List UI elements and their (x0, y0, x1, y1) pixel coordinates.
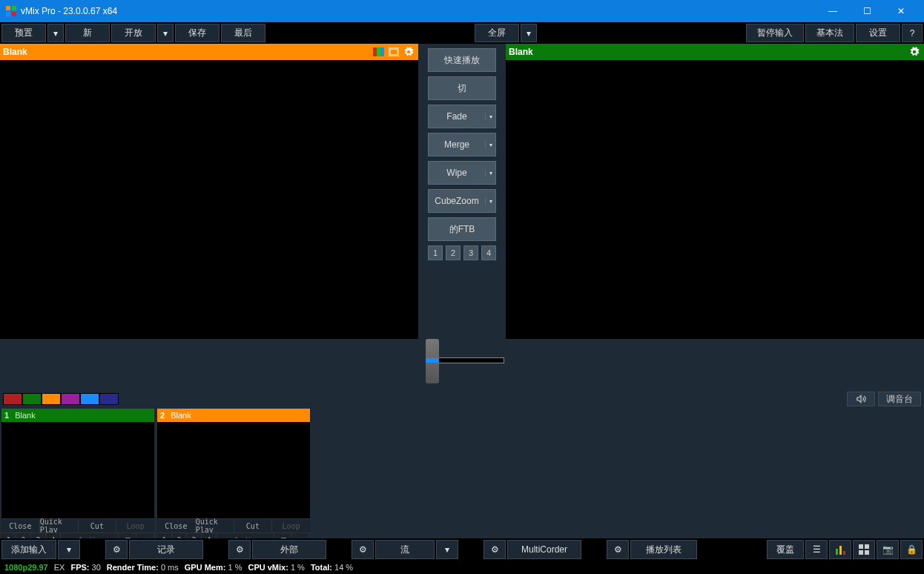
color-chip-4[interactable] (80, 393, 99, 405)
category-row: 调音台 (0, 391, 924, 407)
settings-button[interactable]: 设置 (856, 24, 900, 42)
svg-rect-15 (865, 550, 869, 555)
preset-dropdown[interactable]: ▾ (47, 24, 64, 42)
external-button[interactable]: 外部 (252, 540, 326, 559)
add-input-button[interactable]: 添加输入 (1, 540, 56, 559)
input-number: 2 (160, 411, 165, 420)
pause-input-button[interactable]: 暂停输入 (746, 24, 804, 42)
svg-rect-12 (859, 544, 863, 549)
merge-dropdown[interactable]: ▾ (485, 142, 495, 148)
svg-rect-14 (859, 550, 863, 555)
save-button[interactable]: 保存 (175, 24, 220, 42)
transition-num-row: 1 2 3 4 (428, 245, 496, 260)
minimize-button[interactable]: ― (816, 0, 850, 22)
stream-gear-icon[interactable]: ⚙ (352, 540, 374, 559)
lock-icon[interactable]: 🔒 (900, 540, 923, 559)
svg-rect-10 (839, 546, 842, 555)
meters-icon[interactable] (829, 540, 851, 559)
wipe-dropdown[interactable]: ▾ (485, 170, 495, 177)
input-number: 1 (4, 411, 9, 420)
playlist-button[interactable]: 播放列表 (630, 540, 697, 559)
color-chip-0[interactable] (3, 393, 22, 405)
overlay-button[interactable]: 覆盖 (767, 540, 804, 559)
open-button[interactable]: 开放 (111, 24, 156, 42)
fade-button[interactable]: Fade▾ (428, 105, 496, 128)
fullscreen-dropdown[interactable]: ▾ (521, 24, 537, 42)
input-loop-button[interactable]: Loop (272, 519, 310, 532)
color-bars-icon[interactable] (372, 46, 386, 58)
input-thumbnail[interactable] (157, 422, 310, 518)
mixer-button[interactable]: 调音台 (878, 392, 921, 406)
output-video[interactable] (506, 60, 924, 339)
trans-num-2[interactable]: 2 (446, 245, 461, 260)
basic-button[interactable]: 基本法 (805, 24, 854, 42)
status-cpu: CPU vMix: 1 % (248, 563, 304, 572)
input-title[interactable]: 2 Blank (157, 409, 310, 422)
last-button[interactable]: 最后 (221, 24, 265, 42)
preview-panel: Blank (0, 44, 418, 339)
merge-button[interactable]: Merge▾ (428, 133, 496, 156)
preview-video[interactable] (0, 60, 418, 339)
camera-icon[interactable]: 📷 (877, 540, 899, 559)
input-close-button[interactable]: Close (157, 519, 196, 532)
gear-icon[interactable] (402, 46, 415, 58)
external-gear-icon[interactable]: ⚙ (228, 540, 251, 559)
maximize-button[interactable]: ☐ (850, 0, 884, 22)
status-bar: 1080p29.97 EX FPS: 30 Render Time: 0 ms … (0, 561, 924, 574)
app-logo-icon (6, 6, 16, 16)
help-button[interactable]: ? (902, 24, 923, 42)
input-cut-button[interactable]: Cut (234, 519, 273, 532)
ftb-button[interactable]: 的FTB (428, 217, 496, 241)
status-fps: FPS: 30 (70, 563, 100, 572)
trans-num-4[interactable]: 4 (481, 245, 496, 260)
tbar-track (438, 357, 504, 363)
status-resolution: 1080p29.97 (4, 563, 48, 572)
titlebar: vMix Pro - 23.0.0.67 x64 ― ☐ ✕ (0, 0, 924, 22)
playlist-gear-icon[interactable]: ⚙ (607, 540, 629, 559)
color-chip-5[interactable] (99, 393, 119, 405)
tbar-handle[interactable] (426, 339, 439, 383)
stream-dropdown[interactable]: ▾ (436, 540, 458, 559)
close-button[interactable]: ✕ (884, 0, 918, 22)
svg-rect-3 (12, 12, 16, 16)
cubezoom-button[interactable]: CubeZoom▾ (428, 189, 496, 213)
input-quickplay-button[interactable]: Quick Play (196, 519, 234, 532)
record-button[interactable]: 记录 (129, 540, 203, 559)
list-icon[interactable]: ☰ (805, 540, 828, 559)
wipe-button[interactable]: Wipe▾ (428, 161, 496, 185)
svg-rect-5 (377, 47, 380, 56)
output-title: Blank (509, 47, 906, 57)
input-cut-button[interactable]: Cut (79, 519, 117, 532)
input-thumbnail[interactable] (1, 422, 154, 518)
layout-icon[interactable] (387, 46, 400, 58)
input-close-button[interactable]: Close (1, 519, 40, 532)
audio-icon-button[interactable] (847, 392, 875, 406)
gear-icon[interactable] (908, 46, 921, 58)
trans-num-1[interactable]: 1 (428, 245, 443, 260)
svg-rect-8 (390, 49, 397, 55)
color-chip-2[interactable] (42, 393, 61, 405)
fade-dropdown[interactable]: ▾ (485, 113, 495, 120)
input-title[interactable]: 1 Blank (1, 409, 154, 422)
color-chip-1[interactable] (22, 393, 42, 405)
multicorder-button[interactable]: MultiCorder (507, 540, 581, 559)
grid-icon[interactable] (853, 540, 875, 559)
trans-num-3[interactable]: 3 (463, 245, 478, 260)
stream-button[interactable]: 流 (375, 540, 435, 559)
svg-rect-9 (836, 549, 838, 555)
output-header: Blank (506, 44, 924, 60)
open-dropdown[interactable]: ▾ (157, 24, 174, 42)
input-name: Blank (171, 411, 191, 420)
input-quickplay-button[interactable]: Quick Play (40, 519, 79, 532)
cut-button[interactable]: 切 (428, 76, 496, 100)
color-chip-3[interactable] (61, 393, 80, 405)
quickplay-button[interactable]: 快速播放 (428, 48, 496, 72)
new-button[interactable]: 新 (65, 24, 110, 42)
fullscreen-button[interactable]: 全屏 (475, 24, 519, 42)
preset-button[interactable]: 预置 (1, 24, 46, 42)
cubezoom-dropdown[interactable]: ▾ (485, 198, 495, 205)
record-gear-icon[interactable]: ⚙ (105, 540, 128, 559)
multicorder-gear-icon[interactable]: ⚙ (484, 540, 506, 559)
input-loop-button[interactable]: Loop (116, 519, 154, 532)
add-input-dropdown[interactable]: ▾ (58, 540, 80, 559)
